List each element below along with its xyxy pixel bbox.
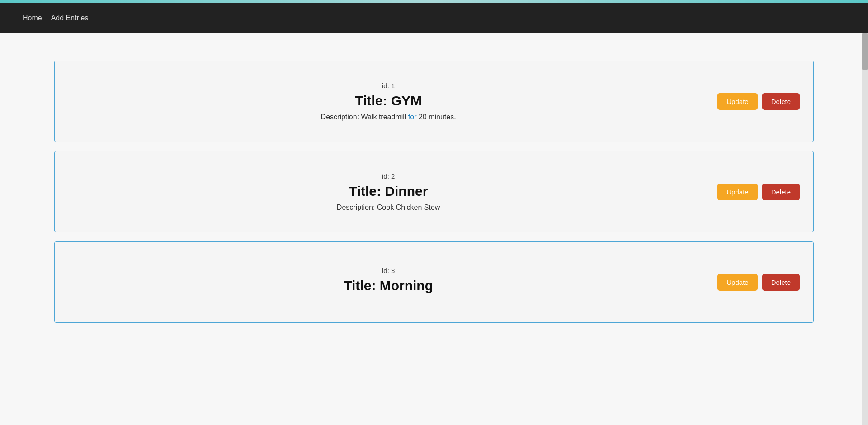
entry-title: Title: Morning xyxy=(68,278,708,293)
nav-link-add-entries[interactable]: Add Entries xyxy=(51,14,89,22)
scrollbar-thumb[interactable] xyxy=(862,33,868,70)
delete-button[interactable]: Delete xyxy=(762,274,800,291)
entry-title: Title: GYM xyxy=(68,93,708,109)
entry-content: id: 1 Title: GYM Description: Walk tread… xyxy=(68,82,708,121)
entry-card: id: 3 Title: Morning Update Delete xyxy=(54,241,814,323)
entries-container: id: 1 Title: GYM Description: Walk tread… xyxy=(54,61,814,323)
entry-id: id: 3 xyxy=(68,267,708,274)
scrollbar[interactable] xyxy=(862,33,868,425)
entry-id: id: 2 xyxy=(68,172,708,180)
entry-actions: Update Delete xyxy=(708,184,800,200)
entry-actions: Update Delete xyxy=(708,93,800,110)
update-button[interactable]: Update xyxy=(717,93,757,110)
entry-description: Description: Cook Chicken Stew xyxy=(68,203,708,212)
delete-button[interactable]: Delete xyxy=(762,184,800,200)
entry-title: Title: Dinner xyxy=(68,184,708,199)
nav-item-home: Home xyxy=(23,14,42,22)
entry-card: id: 1 Title: GYM Description: Walk tread… xyxy=(54,61,814,142)
entry-content: id: 3 Title: Morning xyxy=(68,267,708,298)
delete-button[interactable]: Delete xyxy=(762,93,800,110)
entry-card: id: 2 Title: Dinner Description: Cook Ch… xyxy=(54,151,814,232)
update-button[interactable]: Update xyxy=(717,274,757,291)
entry-content: id: 2 Title: Dinner Description: Cook Ch… xyxy=(68,172,708,212)
entry-id: id: 1 xyxy=(68,82,708,90)
update-button[interactable]: Update xyxy=(717,184,757,200)
entry-description: Description: Walk treadmill for 20 minut… xyxy=(68,113,708,121)
nav-link-home[interactable]: Home xyxy=(23,14,42,22)
nav-item-add-entries: Add Entries xyxy=(51,14,89,22)
entry-actions: Update Delete xyxy=(708,274,800,291)
navbar-nav: Home Add Entries xyxy=(23,14,88,22)
main-content: id: 1 Title: GYM Description: Walk tread… xyxy=(0,33,868,425)
navbar: Home Add Entries xyxy=(0,3,868,33)
